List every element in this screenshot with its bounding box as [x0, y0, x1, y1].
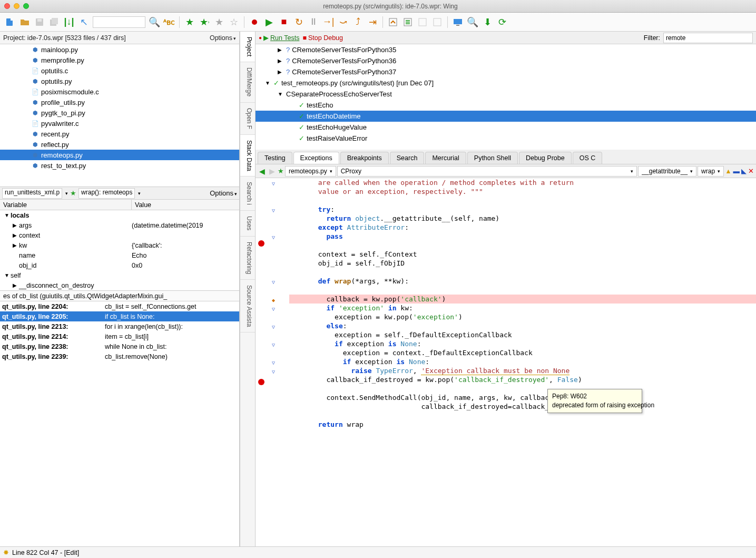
warning-icon[interactable]: ▲	[725, 168, 731, 175]
expand-icon[interactable]: ▶	[13, 222, 19, 228]
stackdata-row[interactable]: nameEcho	[0, 250, 239, 260]
sidetab-diff-merge[interactable]: Diff/Merge	[240, 62, 255, 102]
minimize-panel-icon[interactable]: ▬	[733, 168, 740, 175]
filter-input[interactable]	[663, 33, 753, 43]
save-all-icon[interactable]	[48, 16, 60, 28]
sidetab-project[interactable]: Project	[240, 32, 255, 62]
test-row[interactable]: ▶? CRemoteServerTestsForPython35	[256, 44, 756, 55]
uses-row[interactable]: qt_utils.py, line 2213: for i in xrange(…	[0, 321, 239, 331]
expand-icon[interactable]: ▶	[278, 58, 284, 64]
test-row[interactable]: ▶? CRemoteServerTestsForPython37	[256, 66, 756, 77]
uses-row[interactable]: qt_utils.py, line 2239: cb_list.remove(N…	[0, 351, 239, 361]
stackdata-row[interactable]: obj_id0x0	[0, 260, 239, 270]
run-tests-button[interactable]: ●▶ Run Tests	[259, 34, 299, 42]
expand-icon[interactable]: ▶	[278, 69, 284, 75]
goto-input[interactable]	[93, 16, 145, 28]
code-area[interactable]: are called when the operation / method c…	[279, 178, 756, 546]
tab-debug-probe[interactable]: Debug Probe	[519, 152, 572, 164]
debug-stop-icon[interactable]: ■	[278, 16, 290, 28]
expand-icon[interactable]: ▶	[13, 282, 19, 288]
tab-os-c[interactable]: OS C	[573, 152, 603, 164]
expand-panel-icon[interactable]: ◣	[741, 167, 747, 175]
bookmark-prev-icon[interactable]: ★	[213, 16, 225, 28]
nav-back-icon[interactable]: ◀	[258, 167, 267, 175]
new-file-icon[interactable]	[4, 16, 16, 28]
stackdata-options-button[interactable]: Options▾	[210, 189, 237, 197]
close-editor-icon[interactable]: ✕	[748, 167, 754, 175]
stackdata-col-value[interactable]: Value	[132, 200, 239, 210]
test-row[interactable]: ✓ testRaiseValueError	[256, 133, 756, 144]
frame-sel-icon[interactable]	[431, 16, 443, 28]
bookmark-add-icon[interactable]: ★	[184, 16, 195, 28]
uses-row[interactable]: qt_utils.py, line 2238: while None in cb…	[0, 341, 239, 351]
bookmark-next-icon[interactable]: ★›	[199, 16, 210, 28]
file-item[interactable]: ⬢memprofile.py	[0, 55, 239, 65]
sidetab-open-f[interactable]: Open F	[240, 103, 255, 135]
file-item[interactable]: ⬢optutils.py	[0, 76, 239, 86]
stop-debug-button[interactable]: ■ Stop Debug	[302, 34, 343, 42]
test-row[interactable]: ▼✓ test_remoteops.py (src/wingutils/test…	[256, 77, 756, 89]
file-item[interactable]: ⬢pygtk_to_pi.py	[0, 107, 239, 118]
expand-icon[interactable]: ▶	[13, 232, 19, 238]
breakpoint-marker[interactable]	[258, 379, 264, 385]
tab-exceptions[interactable]: Exceptions	[293, 152, 339, 164]
reformat-icon[interactable]: ᴬʙᴄ	[163, 16, 175, 28]
tab-testing[interactable]: Testing	[258, 152, 292, 164]
editor-class-select[interactable]: CProxy▾	[337, 166, 637, 177]
editor-file-select[interactable]: remoteops.py▾	[285, 166, 336, 177]
uses-body[interactable]: qt_utils.py, line 2204: cb_list = self._…	[0, 301, 239, 546]
tests-tree[interactable]: ▶? CRemoteServerTestsForPython35▶? CRemo…	[256, 44, 756, 150]
selection-icon[interactable]: ↖	[78, 16, 90, 28]
breakpoint-marker[interactable]	[258, 240, 264, 247]
stackdata-row[interactable]: ▼locals	[0, 210, 239, 220]
file-item[interactable]: ⬢profile_utils.py	[0, 97, 239, 107]
indent-icon[interactable]: |↓|	[63, 16, 75, 28]
debug-run-icon[interactable]: ▶	[263, 16, 275, 28]
editor-method-select[interactable]: __getattribute__▾	[638, 166, 696, 177]
stackdata-frame-select[interactable]: wrap(): remoteops	[78, 188, 135, 199]
frame-current-icon[interactable]	[402, 16, 414, 28]
open-folder-icon[interactable]	[19, 16, 31, 28]
expand-icon[interactable]: ▶	[278, 47, 284, 53]
stackdata-row[interactable]: ▶__disconnect_on_destroy	[0, 280, 239, 290]
step-into-icon[interactable]: →|	[322, 16, 334, 28]
minimize-window-icon[interactable]	[14, 3, 19, 9]
maximize-window-icon[interactable]	[23, 3, 29, 9]
sidetab-source-assista[interactable]: Source Assista	[240, 280, 255, 332]
refresh-icon[interactable]: ⟳	[496, 16, 508, 28]
code-editor[interactable]: ▽ ▽ ▽ ▽ ◆▽ ▽ ▽ ▽ ▽ are called when the o…	[256, 178, 756, 546]
uses-row[interactable]: qt_utils.py, line 2204: cb_list = self._…	[0, 301, 239, 311]
file-item[interactable]: 📄pyvalwriter.c	[0, 118, 239, 129]
fold-column[interactable]: ▽ ▽ ▽ ▽ ◆▽ ▽ ▽ ▽ ▽	[268, 178, 279, 546]
project-options-button[interactable]: Options▾	[210, 34, 236, 42]
search-icon[interactable]: 🔍	[149, 16, 160, 28]
tab-breakpoints[interactable]: Breakpoints	[340, 152, 389, 164]
test-row[interactable]: ✓ testEchoHugeValue	[256, 122, 756, 133]
expand-icon[interactable]: ▶	[13, 242, 19, 248]
expand-icon[interactable]: ▼	[4, 212, 11, 218]
uses-row[interactable]: qt_utils.py, line 2205: if cb_list is No…	[0, 311, 239, 321]
stackdata-row[interactable]: ▶context	[0, 230, 239, 240]
tab-mercurial[interactable]: Mercurial	[425, 152, 466, 164]
test-row[interactable]: ✓ testEchoDatetime	[256, 111, 756, 122]
editor-func-select[interactable]: wrap▾	[698, 166, 724, 177]
stackdata-row[interactable]: ▼self	[0, 270, 239, 280]
file-item[interactable]: ⬢rest_to_text.py	[0, 160, 239, 171]
nav-fwd-icon[interactable]: ▶	[268, 167, 277, 175]
window-controls[interactable]	[4, 3, 29, 9]
frame-down-icon[interactable]	[417, 16, 428, 28]
file-item[interactable]: ⬢remoteops.py	[0, 150, 239, 160]
monitor-icon[interactable]	[452, 16, 464, 28]
step-over-icon[interactable]: ⤻	[337, 16, 349, 28]
frame-up-icon[interactable]	[387, 16, 399, 28]
tab-python-shell[interactable]: Python Shell	[467, 152, 518, 164]
tab-search[interactable]: Search	[390, 152, 425, 164]
save-icon[interactable]	[34, 16, 45, 28]
file-item[interactable]: ⬢recent.py	[0, 129, 239, 139]
download-icon[interactable]: ⬇	[482, 16, 493, 28]
file-item[interactable]: 📄posixmiscmodule.c	[0, 86, 239, 97]
stackdata-row[interactable]: ▶args(datetime.datetime(2019	[0, 220, 239, 230]
file-item[interactable]: ⬢reflect.py	[0, 139, 239, 150]
bookmark-clear-icon[interactable]: ☆	[228, 16, 240, 28]
status-bug-icon[interactable]: ✸	[3, 549, 9, 556]
